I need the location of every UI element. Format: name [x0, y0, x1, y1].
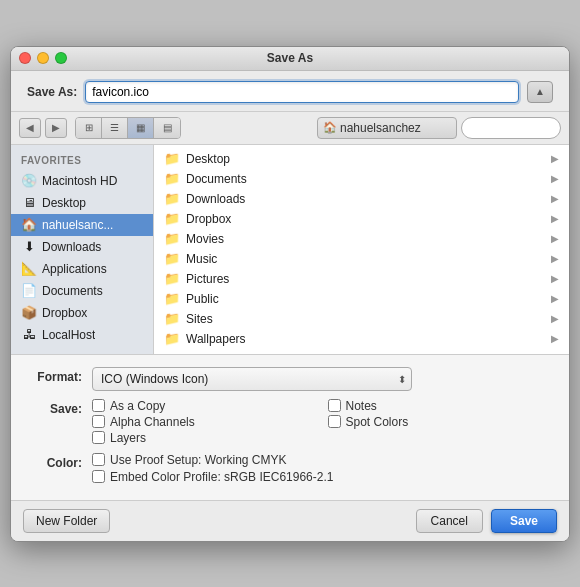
color-row: Color: Use Proof Setup: Working CMYK Emb…: [27, 453, 553, 484]
folder-icon: 📁: [164, 191, 180, 207]
saveas-row: Save As: ▲: [11, 71, 569, 112]
documents-icon: 📄: [21, 283, 37, 299]
save-option-layers: Layers: [92, 431, 318, 445]
save-options-content: As a Copy Notes Alpha Channels Spot Colo…: [92, 399, 553, 445]
format-label: Format:: [27, 367, 92, 384]
directory-toggle-button[interactable]: ▲: [527, 81, 553, 103]
file-item[interactable]: 📁 Desktop ▶: [154, 149, 569, 169]
dropbox-icon: 📦: [21, 305, 37, 321]
applications-label: Applications: [42, 262, 107, 276]
sidebar-item-nahuelsanc[interactable]: 🏠 nahuelsanc...: [11, 214, 153, 236]
file-item[interactable]: 📁 Music ▶: [154, 249, 569, 269]
file-browser: FAVORITES 💿 Macintosh HD 🖥 Desktop 🏠 nah…: [11, 145, 569, 355]
chevron-right-icon: ▶: [551, 293, 559, 304]
use-proof-setup-checkbox[interactable]: [92, 453, 105, 466]
save-button[interactable]: Save: [491, 509, 557, 533]
file-name: Sites: [186, 312, 545, 326]
sidebar-item-macintosh-hd[interactable]: 💿 Macintosh HD: [11, 170, 153, 192]
save-option-spot-colors: Spot Colors: [328, 415, 554, 429]
folder-icon: 📁: [164, 211, 180, 227]
spot-colors-label[interactable]: Spot Colors: [346, 415, 409, 429]
chevron-right-icon: ▶: [551, 233, 559, 244]
file-name: Public: [186, 292, 545, 306]
file-item[interactable]: 📁 Wallpapers ▶: [154, 329, 569, 349]
notes-label[interactable]: Notes: [346, 399, 377, 413]
dropbox-label: Dropbox: [42, 306, 87, 320]
layers-label[interactable]: Layers: [110, 431, 146, 445]
file-name: Wallpapers: [186, 332, 545, 346]
folder-icon: 📁: [164, 151, 180, 167]
toolbar: ◀ ▶ ⊞ ☰ ▦ ▤ 🏠 nahuelsanchez 🔍: [11, 112, 569, 145]
save-options-row: Save: As a Copy Notes Alpha Channels Spo…: [27, 399, 553, 445]
format-row: Format: ICO (Windows Icon) PNG JPEG BMP …: [27, 367, 553, 391]
alpha-channels-checkbox[interactable]: [92, 415, 105, 428]
desktop-icon: 🖥: [21, 195, 37, 211]
sidebar-item-desktop[interactable]: 🖥 Desktop: [11, 192, 153, 214]
forward-button[interactable]: ▶: [45, 118, 67, 138]
folder-icon: 📁: [164, 331, 180, 347]
chevron-right-icon: ▶: [551, 173, 559, 184]
format-select[interactable]: ICO (Windows Icon) PNG JPEG BMP GIF: [92, 367, 412, 391]
use-proof-setup-label[interactable]: Use Proof Setup: Working CMYK: [110, 453, 287, 467]
maximize-button[interactable]: [55, 52, 67, 64]
save-option-notes: Notes: [328, 399, 554, 413]
close-button[interactable]: [19, 52, 31, 64]
color-options-content: Use Proof Setup: Working CMYK Embed Colo…: [92, 453, 553, 484]
file-list: 📁 Desktop ▶ 📁 Documents ▶ 📁 Downloads ▶ …: [154, 145, 569, 354]
macintosh-hd-icon: 💿: [21, 173, 37, 189]
view-switcher: ⊞ ☰ ▦ ▤: [75, 117, 181, 139]
titlebar: Save As: [11, 47, 569, 71]
file-item[interactable]: 📁 Documents ▶: [154, 169, 569, 189]
list-view-button[interactable]: ☰: [102, 118, 128, 138]
notes-checkbox[interactable]: [328, 399, 341, 412]
folder-icon: 📁: [164, 291, 180, 307]
as-copy-label[interactable]: As a Copy: [110, 399, 165, 413]
format-select-wrapper: ICO (Windows Icon) PNG JPEG BMP GIF ⬍: [92, 367, 412, 391]
filename-input[interactable]: [85, 81, 519, 103]
search-input[interactable]: [461, 117, 561, 139]
icon-view-button[interactable]: ⊞: [76, 118, 102, 138]
sidebar-item-localhost[interactable]: 🖧 LocalHost: [11, 324, 153, 346]
save-option-as-copy: As a Copy: [92, 399, 318, 413]
macintosh-hd-label: Macintosh HD: [42, 174, 117, 188]
cover-view-button[interactable]: ▤: [154, 118, 180, 138]
format-content: ICO (Windows Icon) PNG JPEG BMP GIF ⬍: [92, 367, 553, 391]
file-name: Pictures: [186, 272, 545, 286]
file-name: Dropbox: [186, 212, 545, 226]
as-copy-checkbox[interactable]: [92, 399, 105, 412]
file-item[interactable]: 📁 Sites ▶: [154, 309, 569, 329]
chevron-right-icon: ▶: [551, 253, 559, 264]
sidebar-item-applications[interactable]: 📐 Applications: [11, 258, 153, 280]
color-label: Color:: [27, 453, 92, 470]
minimize-button[interactable]: [37, 52, 49, 64]
documents-label: Documents: [42, 284, 103, 298]
nahuelsanc-label: nahuelsanc...: [42, 218, 113, 232]
column-view-button[interactable]: ▦: [128, 118, 154, 138]
folder-icon: 📁: [164, 311, 180, 327]
chevron-right-icon: ▶: [551, 333, 559, 344]
embed-color-profile-label[interactable]: Embed Color Profile: sRGB IEC61966-2.1: [110, 470, 333, 484]
back-button[interactable]: ◀: [19, 118, 41, 138]
file-name: Documents: [186, 172, 545, 186]
spot-colors-checkbox[interactable]: [328, 415, 341, 428]
location-dropdown[interactable]: nahuelsanchez: [317, 117, 457, 139]
localhost-icon: 🖧: [21, 327, 37, 343]
file-item[interactable]: 📁 Public ▶: [154, 289, 569, 309]
localhost-label: LocalHost: [42, 328, 95, 342]
sidebar-item-downloads[interactable]: ⬇ Downloads: [11, 236, 153, 258]
file-item[interactable]: 📁 Downloads ▶: [154, 189, 569, 209]
sidebar-item-dropbox[interactable]: 📦 Dropbox: [11, 302, 153, 324]
file-item[interactable]: 📁 Pictures ▶: [154, 269, 569, 289]
layers-checkbox[interactable]: [92, 431, 105, 444]
search-wrapper: 🔍: [461, 117, 561, 139]
cancel-button[interactable]: Cancel: [416, 509, 483, 533]
new-folder-button[interactable]: New Folder: [23, 509, 110, 533]
footer: New Folder Cancel Save: [11, 500, 569, 541]
save-options-label: Save:: [27, 399, 92, 416]
alpha-channels-label[interactable]: Alpha Channels: [110, 415, 195, 429]
sidebar-item-documents[interactable]: 📄 Documents: [11, 280, 153, 302]
file-item[interactable]: 📁 Dropbox ▶: [154, 209, 569, 229]
file-item[interactable]: 📁 Movies ▶: [154, 229, 569, 249]
embed-color-profile-checkbox[interactable]: [92, 470, 105, 483]
folder-icon: 📁: [164, 171, 180, 187]
